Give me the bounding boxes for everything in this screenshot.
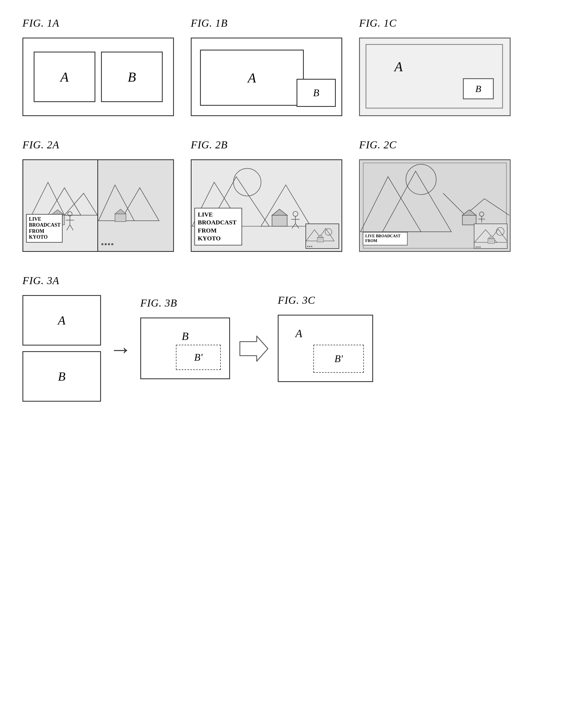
fig3c-label: FIG. 3C — [278, 294, 315, 306]
figure-3a-group: FIG. 3A A B — [22, 274, 101, 402]
fig3b-box-bprime: B' — [176, 345, 221, 370]
fig2a-label: FIG. 2A — [22, 139, 60, 151]
fig2a-broadcast-label: LIVE BROADCAST FROM KYOTO — [26, 214, 63, 242]
fig2b-outer-box: LIVE BROADCAST FROM KYOTO ■ ■ ■ — [191, 159, 342, 252]
svg-text:■ ■ ■: ■ ■ ■ — [476, 246, 481, 248]
fig3c-outer-box: A B' — [278, 315, 373, 382]
fig3c-box-bprime: B' — [313, 345, 364, 373]
fig2a-outer-box: LIVE BROADCAST FROM KYOTO ■ ■ ■ ■ — [22, 159, 174, 252]
fig2c-label: FIG. 2C — [359, 139, 397, 151]
fig3a-box-a: A — [22, 295, 101, 345]
fig2b-label: FIG. 2B — [191, 139, 228, 151]
fig1a-box-b: B — [101, 51, 163, 102]
figure-2a-group: FIG. 2A — [22, 139, 174, 252]
fig1c-inner-box: A B — [365, 44, 503, 109]
fig1a-label: FIG. 1A — [22, 17, 60, 29]
page-content: FIG. 1A A B FIG. 1B A B FIG. 1C A B — [22, 17, 566, 402]
svg-rect-14 — [115, 214, 126, 221]
fig1a-box-a: A — [34, 51, 96, 102]
figure-3c-group: FIG. 3C A B' — [278, 294, 373, 382]
fig1b-label: FIG. 1B — [191, 17, 228, 29]
fig3a-box-b: B — [22, 351, 101, 402]
fig3a-label: FIG. 3A — [22, 274, 60, 287]
svg-rect-11 — [99, 160, 173, 251]
fig1b-box-b: B — [296, 79, 336, 107]
svg-rect-22 — [272, 215, 287, 226]
svg-rect-32 — [317, 237, 323, 242]
figure-1b-group: FIG. 1B A B — [191, 17, 342, 116]
fig1a-outer-box: A B — [22, 38, 174, 116]
svg-text:■ ■ ■ ■: ■ ■ ■ ■ — [101, 242, 113, 246]
figure-2c-group: FIG. 2C — [359, 139, 510, 252]
fig3b-box-b: B — [182, 330, 189, 343]
fig3b-outer-box: B B' — [140, 318, 230, 379]
fig2c-broadcast-label: LIVE BROADCAST FROM — [363, 232, 407, 246]
big-arrow-svg — [238, 333, 269, 364]
svg-marker-56 — [240, 336, 268, 361]
fig3a-stack: A B — [22, 295, 101, 402]
fig2b-inset-scene: ■ ■ ■ — [306, 224, 339, 249]
figure-1c-group: FIG. 1C A B — [359, 17, 510, 116]
fig2a-right-panel: ■ ■ ■ ■ — [98, 160, 173, 251]
row-2: FIG. 2A — [22, 139, 566, 252]
big-arrow-right — [238, 333, 269, 365]
fig3c-box-a: A — [295, 327, 302, 340]
fig2c-outer-box: LIVE BROADCAST FROM ■ ■ ■ — [359, 159, 510, 252]
arrow-to-3b: → — [109, 337, 132, 362]
fig1b-box-a: A — [200, 50, 304, 106]
fig1b-outer-box: A B — [191, 38, 342, 116]
fig2b-broadcast-label: LIVE BROADCAST FROM KYOTO — [194, 208, 242, 246]
svg-rect-52 — [488, 239, 495, 243]
fig1c-box-a: A — [395, 59, 403, 74]
fig2a-right-scene: ■ ■ ■ ■ — [98, 160, 173, 251]
row-3: FIG. 3A A B → FIG. 3B B B' FIG. 3C — [22, 274, 566, 402]
fig1c-label: FIG. 1C — [359, 17, 397, 29]
fig2c-inset-scene: ■ ■ ■ — [474, 224, 507, 249]
figure-3b-group: FIG. 3B B B' — [140, 297, 230, 379]
fig3b-label: FIG. 3B — [140, 297, 177, 309]
fig1c-outer-box: A B — [359, 38, 510, 116]
figure-2b-group: FIG. 2B — [191, 139, 342, 252]
figure-1a-group: FIG. 1A A B — [22, 17, 174, 116]
fig1c-box-b: B — [463, 78, 494, 99]
fig2a-left-panel: LIVE BROADCAST FROM KYOTO — [23, 160, 98, 251]
row-1: FIG. 1A A B FIG. 1B A B FIG. 1C A B — [22, 17, 566, 116]
svg-text:■ ■ ■: ■ ■ ■ — [307, 245, 313, 248]
